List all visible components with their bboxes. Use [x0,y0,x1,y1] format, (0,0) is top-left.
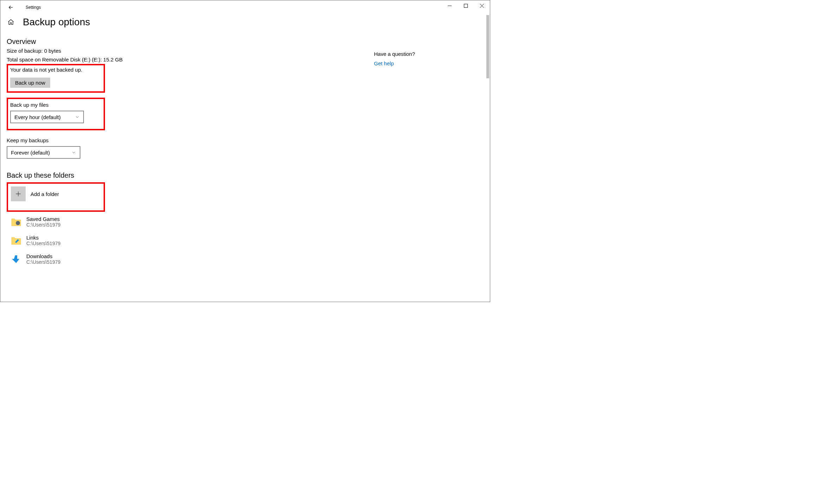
retention-selected: Forever (default) [11,150,50,156]
frequency-dropdown[interactable]: Every hour (default) [10,111,84,123]
plus-icon [15,191,21,197]
page-header: Backup options [7,17,490,28]
window-title: Settings [26,5,41,10]
arrow-left-icon [8,4,14,11]
back-button[interactable] [5,2,17,13]
overview-heading: Overview [7,38,267,46]
plus-tile [11,186,26,201]
window-controls [441,0,490,11]
maximize-button[interactable] [458,0,474,11]
folder-path: C:\Users\51979 [26,222,60,228]
add-folder-label: Add a folder [31,191,59,197]
home-button[interactable] [7,18,15,26]
highlight-add-folder: Add a folder [7,182,105,212]
backup-now-button[interactable]: Back up now [10,78,50,88]
highlight-frequency: Back up my files Every hour (default) [7,98,105,130]
help-heading: Have a question? [374,51,479,57]
downloads-folder-icon [11,255,21,264]
total-space-text: Total space on Removable Disk (E:) (E:):… [7,57,267,63]
chevron-down-icon [75,114,80,119]
help-sidebar: Have a question? Get help [374,38,479,270]
folder-item[interactable]: Links C:\Users\51979 [7,233,267,251]
scrollbar[interactable] [486,15,489,78]
page-title: Backup options [23,17,90,28]
folder-item[interactable]: Saved Games C:\Users\51979 [7,214,267,233]
retention-label: Keep my backups [7,137,267,143]
folder-name: Downloads [26,253,60,259]
minimize-button[interactable] [441,0,458,11]
home-icon [7,19,14,26]
folder-name: Saved Games [26,216,60,222]
saved-games-folder-icon [11,217,21,227]
folders-heading: Back up these folders [7,171,267,179]
minimize-icon [448,4,452,8]
highlight-backup-now: Your data is not yet backed up. Back up … [7,64,105,93]
backup-status-text: Your data is not yet backed up. [10,67,101,73]
svg-rect-1 [464,4,467,7]
svg-point-6 [16,221,20,225]
titlebar: Settings [0,0,490,14]
folder-path: C:\Users\51979 [26,259,60,265]
links-folder-icon [11,236,21,245]
add-folder-button[interactable]: Add a folder [11,186,101,202]
folder-path: C:\Users\51979 [26,241,60,246]
maximize-icon [464,4,468,8]
folder-name: Links [26,235,60,241]
chevron-down-icon [71,150,76,155]
frequency-selected: Every hour (default) [14,114,61,120]
frequency-label: Back up my files [10,102,101,108]
retention-dropdown[interactable]: Forever (default) [7,146,80,159]
close-button[interactable] [474,0,490,11]
backup-size-text: Size of backup: 0 bytes [7,48,267,54]
folder-item[interactable]: Downloads C:\Users\51979 [7,251,267,270]
close-icon [480,4,484,8]
get-help-link[interactable]: Get help [374,60,479,66]
